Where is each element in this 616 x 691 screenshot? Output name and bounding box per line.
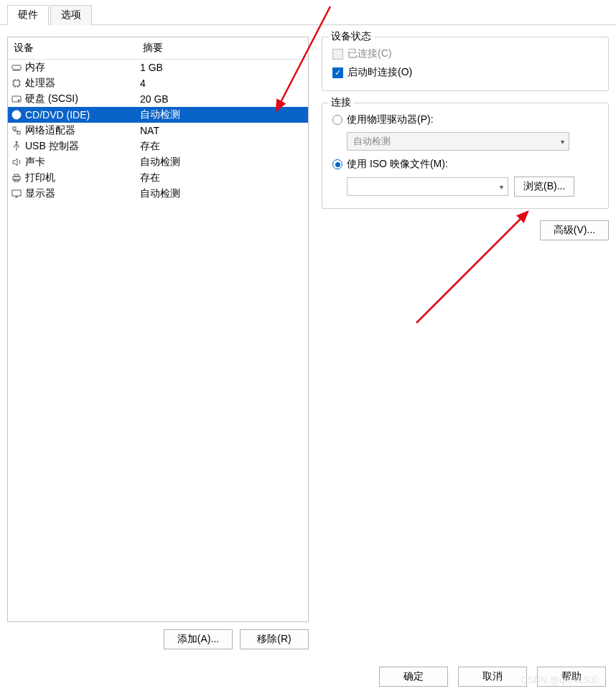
iso-file-radio[interactable]: [332, 159, 342, 169]
browse-button[interactable]: 浏览(B)...: [514, 177, 574, 197]
remove-button[interactable]: 移除(R): [240, 629, 309, 649]
tab-hardware[interactable]: 硬件: [7, 5, 49, 25]
hw-label: USB 控制器: [25, 140, 79, 153]
hw-label: 硬盘 (SCSI): [25, 93, 78, 105]
connected-label: 已连接(C): [347, 47, 391, 60]
disk-icon: [11, 93, 22, 105]
connect-on-poweron-checkbox[interactable]: ✓: [332, 67, 343, 78]
connected-checkbox[interactable]: [332, 49, 343, 60]
svg-rect-12: [12, 190, 21, 196]
svg-point-3: [18, 100, 19, 101]
hw-summary: NAT: [137, 125, 305, 136]
hw-label: CD/DVD (IDE): [25, 109, 90, 121]
header-summary[interactable]: 摘要: [137, 37, 308, 59]
hw-row-sound[interactable]: 声卡 自动检测: [8, 154, 308, 170]
hw-row-display[interactable]: 显示器 自动检测: [8, 186, 308, 202]
hw-row-network[interactable]: 网络适配器 NAT: [8, 123, 308, 138]
iso-file-combo[interactable]: ▾: [347, 177, 508, 196]
ok-button[interactable]: 确定: [379, 667, 448, 687]
hardware-list: 设备 摘要 内存 1 GB 处理器 4 硬盘: [7, 37, 309, 622]
dialog-buttons: 确定 取消 帮助: [379, 667, 606, 687]
tab-options[interactable]: 选项: [50, 5, 92, 25]
iso-file-label: 使用 ISO 映像文件(M):: [347, 158, 448, 171]
hardware-list-header: 设备 摘要: [8, 37, 308, 60]
help-button[interactable]: 帮助: [537, 667, 606, 687]
cpu-icon: [11, 77, 22, 89]
hw-summary: 存在: [137, 171, 305, 184]
hw-summary: 4: [137, 77, 305, 89]
hw-row-cpu[interactable]: 处理器 4: [8, 75, 308, 91]
printer-icon: [11, 172, 22, 184]
tab-bar: 硬件 选项: [0, 3, 616, 25]
physical-drive-radio[interactable]: [332, 115, 342, 125]
connect-on-poweron-label: 启动时连接(O): [347, 66, 412, 79]
hw-summary: 自动检测: [137, 156, 305, 169]
device-state-group: 设备状态 已连接(C) ✓ 启动时连接(O): [322, 37, 609, 91]
left-column: 设备 摘要 内存 1 GB 处理器 4 硬盘: [7, 37, 309, 649]
hw-label: 打印机: [25, 171, 55, 184]
disc-icon: [11, 109, 22, 121]
physical-drive-label: 使用物理驱动器(P):: [347, 113, 434, 126]
chevron-down-icon: ▾: [500, 183, 503, 191]
display-icon: [11, 188, 22, 199]
svg-point-5: [16, 114, 18, 116]
physical-drive-value: 自动检测: [353, 135, 391, 148]
sound-icon: [11, 156, 22, 168]
connection-title: 连接: [328, 96, 354, 109]
device-state-title: 设备状态: [328, 30, 374, 43]
hw-label: 声卡: [25, 156, 45, 169]
header-device[interactable]: 设备: [8, 37, 137, 59]
physical-drive-combo[interactable]: 自动检测 ▾: [347, 132, 569, 151]
svg-rect-6: [13, 127, 16, 130]
hw-label: 内存: [25, 61, 45, 74]
hw-row-usb[interactable]: USB 控制器 存在: [8, 138, 308, 154]
chevron-down-icon: ▾: [561, 138, 564, 146]
advanced-button[interactable]: 高级(V)...: [540, 220, 609, 240]
hardware-buttons: 添加(A)... 移除(R): [7, 629, 309, 649]
network-icon: [11, 125, 22, 136]
usb-icon: [11, 141, 22, 152]
hw-summary: 1 GB: [137, 62, 305, 73]
svg-rect-1: [14, 80, 19, 86]
hw-label: 处理器: [25, 77, 55, 90]
memory-icon: [11, 62, 22, 73]
add-button[interactable]: 添加(A)...: [164, 629, 233, 649]
hw-summary: 自动检测: [137, 108, 305, 121]
hw-summary: 自动检测: [137, 187, 305, 200]
hw-row-memory[interactable]: 内存 1 GB: [8, 60, 308, 75]
hw-summary: 存在: [137, 140, 305, 153]
svg-point-8: [16, 141, 17, 143]
hw-label: 网络适配器: [25, 124, 75, 137]
svg-rect-7: [17, 131, 20, 134]
content-area: 设备 摘要 内存 1 GB 处理器 4 硬盘: [0, 25, 616, 657]
hw-row-printer[interactable]: 打印机 存在: [8, 170, 308, 186]
right-column: 设备状态 已连接(C) ✓ 启动时连接(O) 连接 使用物理驱动器(P): 自动…: [309, 37, 609, 649]
cancel-button[interactable]: 取消: [458, 667, 527, 687]
hw-row-disk[interactable]: 硬盘 (SCSI) 20 GB: [8, 91, 308, 107]
hw-row-cddvd[interactable]: CD/DVD (IDE) 自动检测: [8, 107, 308, 123]
connection-group: 连接 使用物理驱动器(P): 自动检测 ▾ 使用 ISO 映像文件(M): ▾ …: [322, 103, 609, 209]
svg-rect-10: [14, 174, 19, 177]
hw-label: 显示器: [25, 187, 55, 200]
svg-rect-0: [12, 65, 21, 70]
hw-summary: 20 GB: [137, 93, 305, 105]
